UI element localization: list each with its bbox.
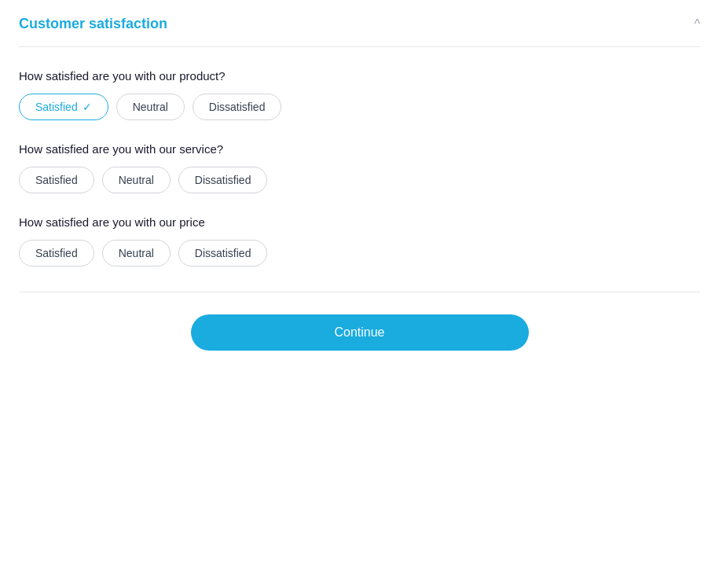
check-icon: ✓	[83, 101, 92, 113]
header: Customer satisfaction ^	[19, 16, 700, 47]
option-btn-service-satisfied[interactable]: Satisfied	[19, 167, 94, 193]
option-btn-price-neutral[interactable]: Neutral	[102, 240, 171, 266]
continue-button[interactable]: Continue	[191, 314, 529, 351]
question-text-price: How satisfied are you with our price	[19, 215, 700, 229]
option-btn-price-satisfied[interactable]: Satisfied	[19, 240, 94, 266]
questions-container: How satisfied are you with our product?S…	[19, 69, 700, 266]
option-btn-product-dissatisfied[interactable]: Dissatisfied	[193, 94, 282, 120]
page-title: Customer satisfaction	[19, 16, 167, 32]
question-section-service: How satisfied are you with our service?S…	[19, 142, 700, 193]
collapse-icon[interactable]: ^	[694, 17, 700, 31]
question-text-product: How satisfied are you with our product?	[19, 69, 700, 83]
option-btn-price-dissatisfied[interactable]: Dissatisfied	[178, 240, 268, 266]
option-btn-product-satisfied[interactable]: Satisfied ✓	[19, 94, 108, 120]
option-btn-service-dissatisfied[interactable]: Dissatisfied	[178, 167, 268, 193]
option-btn-service-neutral[interactable]: Neutral	[102, 167, 171, 193]
options-group-price: SatisfiedNeutralDissatisfied	[19, 240, 700, 266]
question-text-service: How satisfied are you with our service?	[19, 142, 700, 156]
divider	[19, 292, 700, 292]
options-group-service: SatisfiedNeutralDissatisfied	[19, 167, 700, 193]
option-btn-product-neutral[interactable]: Neutral	[116, 94, 185, 120]
options-group-product: Satisfied ✓NeutralDissatisfied	[19, 94, 700, 120]
page-container: Customer satisfaction ^ How satisfied ar…	[0, 0, 719, 588]
question-section-product: How satisfied are you with our product?S…	[19, 69, 700, 120]
question-section-price: How satisfied are you with our priceSati…	[19, 215, 700, 266]
